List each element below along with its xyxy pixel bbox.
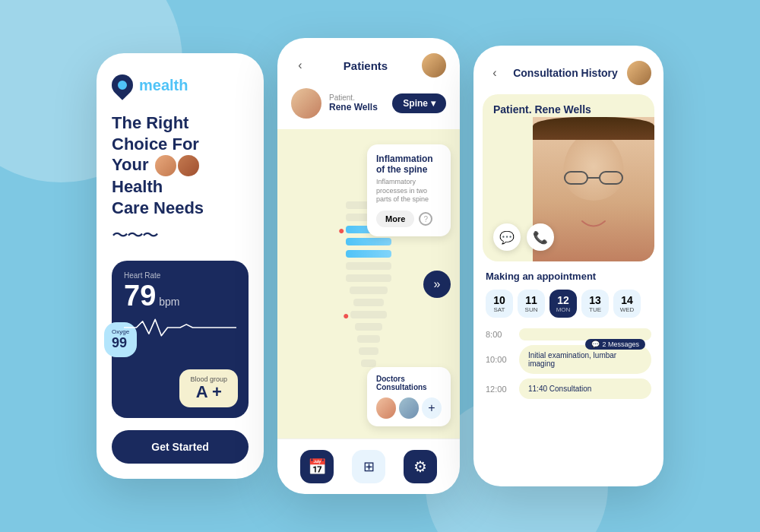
- chat-button[interactable]: 💬: [493, 223, 521, 251]
- avatar-1: [155, 155, 176, 176]
- spine-bone-6: [346, 262, 391, 270]
- blood-group-badge: Blood group A +: [179, 369, 238, 407]
- date-label-mon: MON: [556, 306, 571, 313]
- spine-bone-4-highlighted: [346, 238, 391, 245]
- bpm-unit: bpm: [159, 296, 179, 308]
- grid-icon: ⊞: [363, 458, 375, 475]
- bpm-value: 79: [124, 281, 156, 310]
- date-day-12: 12: [557, 294, 569, 306]
- spine-bone-10: [350, 311, 387, 318]
- doctor-avatar: [422, 53, 446, 78]
- doctor-avatar-2: [399, 397, 419, 419]
- tagline-line3: Your: [112, 155, 148, 174]
- logo-area: mealth: [112, 74, 249, 96]
- patient-full-name: Rene Wells: [329, 102, 378, 112]
- date-day-13: 13: [589, 294, 601, 306]
- nav-calendar-button[interactable]: 📅: [300, 450, 334, 483]
- date-day-11: 11: [525, 294, 537, 306]
- phone-button[interactable]: 📞: [527, 223, 554, 251]
- spine-bone-12: [357, 335, 380, 343]
- date-label-tue: TUE: [589, 306, 601, 313]
- svg-rect-1: [600, 172, 622, 184]
- bpm-display: 79 bpm: [124, 281, 236, 310]
- spine-section: Inflammation of the spine Inflammatory p…: [277, 129, 460, 439]
- more-button[interactable]: More: [376, 211, 414, 227]
- add-doctor-button[interactable]: +: [422, 397, 442, 419]
- time-slots: 8:00 10:00 💬 2 Messages Initial examinat…: [486, 328, 651, 399]
- doctor-avatar-1: [376, 397, 396, 419]
- slot-pill-1000: 💬 2 Messages Initial examination, lumbar…: [519, 345, 651, 374]
- spine-badge[interactable]: Spine ▾: [392, 93, 446, 113]
- calendar-icon: 📅: [308, 458, 327, 476]
- date-day-14: 14: [621, 294, 633, 306]
- patients-title: Patients: [344, 59, 388, 72]
- hair-decoration: [533, 117, 654, 140]
- date-chip-sun[interactable]: 11 SUN: [518, 290, 545, 318]
- phone2-header: ‹ Patients: [277, 38, 460, 88]
- tagline: The Right Choice For Your Health Care Ne…: [112, 112, 249, 218]
- date-label-wed: WED: [620, 306, 635, 313]
- phone-3: ‹ Consultation History Patient. Rene Wel…: [473, 46, 663, 486]
- blood-group-value: A +: [190, 383, 227, 401]
- svg-rect-0: [565, 172, 587, 184]
- patient-name: Patient. Rene Wells: [329, 93, 378, 112]
- heart-rate-label: Heart Rate: [124, 271, 236, 280]
- patient-row: Patient. Rene Wells Spine ▾: [277, 88, 460, 129]
- spine-bone-11: [355, 323, 382, 331]
- spine-bone-14: [361, 359, 376, 367]
- date-selector: 10 SAT 11 SUN 12 MON 13 TUE 14 WED: [486, 290, 651, 318]
- patient-prefix: Patient.: [329, 93, 378, 102]
- date-label-sat: SAT: [494, 306, 505, 313]
- doctor-avatars: +: [376, 397, 442, 419]
- squiggle-decoration: 〜〜〜: [112, 224, 249, 247]
- time-800: 8:00: [486, 330, 513, 339]
- phone3-header: ‹ Consultation History: [473, 46, 663, 94]
- time-slot-1000: 10:00 💬 2 Messages Initial examination, …: [486, 345, 651, 374]
- tagline-line5: Care Needs: [112, 198, 204, 217]
- avatar-2: [178, 155, 199, 176]
- nav-settings-button[interactable]: ⚙: [404, 450, 437, 483]
- time-1200: 12:00: [486, 385, 513, 394]
- date-chip-tue[interactable]: 13 TUE: [581, 290, 609, 318]
- phone-1: mealth The Right Choice For Your Health …: [97, 53, 264, 479]
- message-count: 2 Messages: [602, 340, 639, 348]
- tagline-line4: Health: [112, 177, 163, 196]
- back-button[interactable]: ‹: [291, 56, 309, 74]
- phone-2: ‹ Patients Patient. Rene Wells Spine ▾: [277, 38, 460, 494]
- doctors-card: Doctors Consultations +: [367, 367, 451, 426]
- date-chip-mon[interactable]: 12 MON: [549, 290, 577, 318]
- mealth-logo-icon: [107, 70, 138, 100]
- time-slot-1200: 12:00 11:40 Consultation: [486, 378, 651, 399]
- doctors-label: Doctors Consultations: [376, 375, 442, 391]
- slot-pill-1200: 11:40 Consultation: [519, 378, 651, 399]
- tagline-line2: Choice For: [112, 135, 199, 154]
- consultation-history-title: Consultation History: [513, 67, 618, 79]
- help-icon[interactable]: ?: [419, 212, 432, 226]
- date-chip-wed[interactable]: 14 WED: [613, 290, 641, 318]
- spine-bone-13: [359, 347, 378, 355]
- phone-icon: 📞: [533, 230, 548, 245]
- ecg-line: [124, 316, 236, 339]
- spine-bone-7: [346, 274, 391, 282]
- inflammation-title: Inflammation of the spine: [376, 154, 442, 175]
- tagline-line1: The Right: [112, 113, 188, 132]
- arrow-button[interactable]: »: [423, 271, 451, 298]
- spine-bone-5-highlighted: [346, 250, 391, 258]
- slot-content-1000: Initial examination, lumbar imaging: [528, 351, 616, 368]
- spine-label: Spine: [403, 98, 428, 109]
- patient-video-label: Patient. Rene Wells: [493, 103, 591, 116]
- settings-icon: ⚙: [413, 458, 427, 476]
- date-chip-sat[interactable]: 10 SAT: [486, 290, 513, 318]
- get-started-button[interactable]: Get Started: [112, 430, 249, 464]
- ecg-svg: [124, 316, 236, 339]
- smile-decoration: [578, 217, 609, 233]
- message-badge: 💬 2 Messages: [585, 339, 645, 350]
- action-buttons: 💬 📞: [493, 223, 554, 251]
- glasses-decoration: [563, 168, 624, 187]
- phone3-back-button[interactable]: ‹: [486, 64, 504, 82]
- logo-text: mealth: [139, 77, 188, 94]
- nav-grid-button[interactable]: ⊞: [352, 450, 385, 483]
- inflammation-card: Inflammation of the spine Inflammatory p…: [367, 144, 451, 236]
- chevron-down-icon: ▾: [431, 98, 435, 109]
- spine-bone-9: [353, 299, 384, 306]
